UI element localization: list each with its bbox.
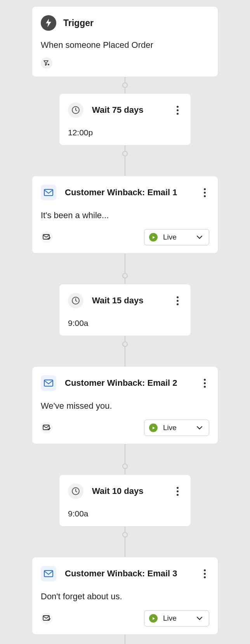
clock-icon xyxy=(68,483,83,499)
play-icon xyxy=(149,233,158,242)
svg-point-0 xyxy=(48,64,49,65)
svg-rect-8 xyxy=(44,570,53,577)
smart-send-icon[interactable] xyxy=(41,231,52,243)
more-menu-button[interactable] xyxy=(200,187,209,198)
wait-card[interactable]: Wait 15 days 9:00a xyxy=(59,284,191,336)
email-subject: We've missed you. xyxy=(41,401,209,411)
clock-icon xyxy=(68,102,83,118)
more-menu-button[interactable] xyxy=(200,378,209,388)
flow-connector xyxy=(122,527,128,557)
trigger-title: Trigger xyxy=(63,18,94,28)
status-dropdown[interactable]: Live xyxy=(144,610,209,626)
more-menu-button[interactable] xyxy=(200,568,209,579)
status-dropdown[interactable]: Live xyxy=(144,229,209,245)
status-dropdown[interactable]: Live xyxy=(144,420,209,436)
svg-rect-2 xyxy=(44,189,53,196)
envelope-icon xyxy=(41,375,56,391)
envelope-icon xyxy=(41,566,56,581)
wait-title: Wait 15 days xyxy=(92,296,164,306)
wait-time: 12:00p xyxy=(68,128,182,137)
chevron-down-icon xyxy=(196,235,203,239)
email-card[interactable]: Customer Winback: Email 1 It's been a wh… xyxy=(32,176,218,254)
trigger-card[interactable]: Trigger When someone Placed Order xyxy=(32,6,218,77)
flow-connector xyxy=(122,254,128,284)
chevron-down-icon xyxy=(196,426,203,430)
trigger-description: When someone Placed Order xyxy=(41,40,209,50)
envelope-icon xyxy=(41,185,56,200)
flow-connector xyxy=(122,77,128,93)
flow-connector xyxy=(122,444,128,474)
email-card[interactable]: Customer Winback: Email 2 We've missed y… xyxy=(32,366,218,444)
filter-icon[interactable] xyxy=(41,57,52,69)
wait-time: 9:00a xyxy=(68,318,182,328)
wait-title: Wait 10 days xyxy=(92,486,164,496)
email-title: Customer Winback: Email 2 xyxy=(65,378,191,388)
wait-card[interactable]: Wait 75 days 12:00p xyxy=(59,93,191,145)
svg-rect-5 xyxy=(44,380,53,386)
smart-send-icon[interactable] xyxy=(41,422,52,434)
email-subject: It's been a while... xyxy=(41,210,209,220)
flow-connector xyxy=(125,635,125,644)
wait-card[interactable]: Wait 10 days 9:00a xyxy=(59,474,191,527)
status-label: Live xyxy=(163,614,191,623)
email-title: Customer Winback: Email 3 xyxy=(65,569,191,579)
more-menu-button[interactable] xyxy=(173,105,182,116)
flow-connector xyxy=(122,145,128,176)
clock-icon xyxy=(68,293,83,308)
status-label: Live xyxy=(163,424,191,432)
smart-send-icon[interactable] xyxy=(41,612,52,624)
more-menu-button[interactable] xyxy=(173,295,182,306)
lightning-icon xyxy=(41,15,56,31)
wait-title: Wait 75 days xyxy=(92,105,164,115)
email-card[interactable]: Customer Winback: Email 3 Don't forget a… xyxy=(32,557,218,635)
wait-time: 9:00a xyxy=(68,509,182,518)
chevron-down-icon xyxy=(196,616,203,620)
play-icon xyxy=(149,424,158,432)
flow-connector xyxy=(122,336,128,366)
play-icon xyxy=(149,614,158,623)
email-subject: Don't forget about us. xyxy=(41,592,209,602)
more-menu-button[interactable] xyxy=(173,486,182,497)
status-label: Live xyxy=(163,233,191,242)
email-title: Customer Winback: Email 1 xyxy=(65,187,191,198)
